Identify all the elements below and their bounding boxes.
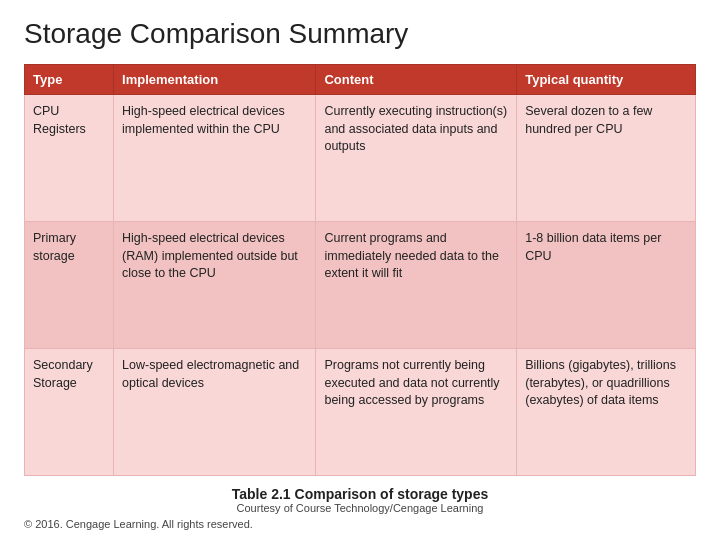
col-header-type: Type (25, 65, 114, 95)
row2-quantity: 1-8 billion data items per CPU (517, 222, 696, 349)
row3-implementation: Low-speed electromagnetic and optical de… (114, 349, 316, 476)
col-header-implementation: Implementation (114, 65, 316, 95)
copyright-text: © 2016. Cengage Learning. All rights res… (24, 518, 696, 530)
row1-implementation: High-speed electrical devices implemente… (114, 95, 316, 222)
row1-type: CPU Registers (25, 95, 114, 222)
page: Storage Comparison Summary Type Implemen… (0, 0, 720, 540)
courtesy-text: Courtesy of Course Technology/Cengage Le… (24, 502, 696, 514)
row1-content: Currently executing instruction(s) and a… (316, 95, 517, 222)
table-row: Primary storage High-speed electrical de… (25, 222, 696, 349)
table-row: CPU Registers High-speed electrical devi… (25, 95, 696, 222)
footer: Table 2.1 Comparison of storage types Co… (24, 486, 696, 530)
row2-content: Current programs and immediately needed … (316, 222, 517, 349)
comparison-table: Type Implementation Content Typical quan… (24, 64, 696, 476)
col-header-content: Content (316, 65, 517, 95)
row3-content: Programs not currently being executed an… (316, 349, 517, 476)
page-title: Storage Comparison Summary (24, 18, 696, 50)
table-row: Secondary Storage Low-speed electromagne… (25, 349, 696, 476)
table-caption: Table 2.1 Comparison of storage types (24, 486, 696, 502)
col-header-quantity: Typical quantity (517, 65, 696, 95)
row3-type: Secondary Storage (25, 349, 114, 476)
row3-quantity: Billions (gigabytes), trillions (terabyt… (517, 349, 696, 476)
row1-quantity: Several dozen to a few hundred per CPU (517, 95, 696, 222)
row2-implementation: High-speed electrical devices (RAM) impl… (114, 222, 316, 349)
row2-type: Primary storage (25, 222, 114, 349)
